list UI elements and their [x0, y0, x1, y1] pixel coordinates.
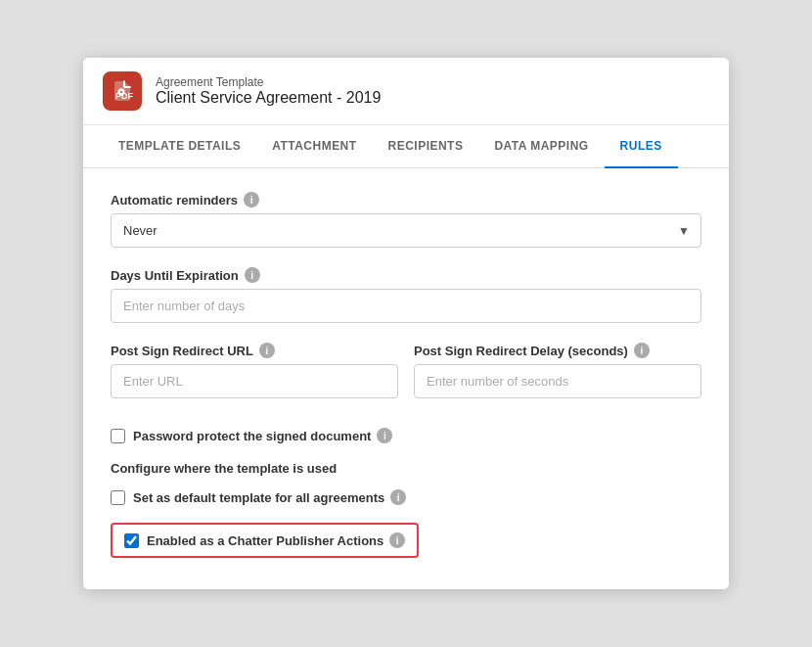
configure-section-heading: Configure where the template is used: [111, 461, 701, 476]
tab-attachment[interactable]: ATTACHMENT: [256, 125, 372, 168]
post-sign-url-group: Post Sign Redirect URL i: [111, 343, 398, 398]
app-label: Agreement Template: [156, 75, 381, 89]
post-sign-url-info-icon[interactable]: i: [259, 343, 275, 358]
post-sign-delay-info-icon[interactable]: i: [634, 343, 650, 358]
post-sign-delay-label: Post Sign Redirect Delay (seconds) i: [414, 343, 701, 358]
chatter-publisher-info-icon[interactable]: i: [389, 532, 405, 548]
tab-bar: TEMPLATE DETAILS ATTACHMENT RECIPIENTS D…: [83, 125, 729, 168]
post-sign-url-input[interactable]: [111, 364, 398, 398]
days-until-expiration-input[interactable]: [111, 289, 701, 323]
document-title: Client Service Agreement - 2019: [156, 89, 381, 107]
header: PDF Agreement Template Client Service Ag…: [83, 58, 729, 125]
post-sign-delay-input[interactable]: [414, 364, 701, 398]
chatter-publisher-checkbox[interactable]: [124, 533, 139, 548]
set-default-checkbox[interactable]: [111, 490, 125, 505]
header-text: Agreement Template Client Service Agreem…: [156, 75, 381, 107]
tab-recipients[interactable]: RECIPIENTS: [373, 125, 479, 168]
set-default-label[interactable]: Set as default template for all agreemen…: [133, 489, 406, 505]
tab-data-mapping[interactable]: DATA MAPPING: [478, 125, 604, 168]
set-default-info-icon[interactable]: i: [390, 489, 406, 505]
days-until-expiration-group: Days Until Expiration i: [111, 267, 701, 323]
chatter-publisher-label[interactable]: Enabled as a Chatter Publisher Actions i: [147, 532, 405, 548]
post-sign-delay-group: Post Sign Redirect Delay (seconds) i: [414, 343, 701, 398]
password-protect-row: Password protect the signed document i: [111, 428, 701, 443]
automatic-reminders-select-wrapper: Never Daily Weekly ▼: [111, 213, 701, 248]
automatic-reminders-select[interactable]: Never Daily Weekly: [111, 213, 701, 248]
days-expiration-info-icon[interactable]: i: [245, 267, 260, 283]
password-protect-info-icon[interactable]: i: [377, 428, 392, 443]
tab-rules[interactable]: RULES: [605, 125, 678, 168]
chatter-publisher-row: Enabled as a Chatter Publisher Actions i: [111, 523, 419, 558]
post-sign-url-label: Post Sign Redirect URL i: [111, 343, 398, 358]
post-sign-row: Post Sign Redirect URL i Post Sign Redir…: [111, 343, 701, 418]
set-default-row: Set as default template for all agreemen…: [111, 489, 701, 505]
app-icon: PDF: [103, 71, 142, 111]
automatic-reminders-group: Automatic reminders i Never Daily Weekly…: [111, 192, 701, 248]
tab-template-details[interactable]: TEMPLATE DETAILS: [103, 125, 256, 168]
svg-text:PDF: PDF: [115, 91, 134, 101]
form-content: Automatic reminders i Never Daily Weekly…: [83, 168, 729, 589]
automatic-reminders-info-icon[interactable]: i: [244, 192, 259, 208]
automatic-reminders-label: Automatic reminders i: [111, 192, 701, 208]
password-protect-checkbox[interactable]: [111, 429, 125, 443]
password-protect-label[interactable]: Password protect the signed document i: [133, 428, 392, 443]
main-window: PDF Agreement Template Client Service Ag…: [83, 58, 729, 589]
configure-section: Configure where the template is used Set…: [111, 461, 701, 558]
days-until-expiration-label: Days Until Expiration i: [111, 267, 701, 283]
